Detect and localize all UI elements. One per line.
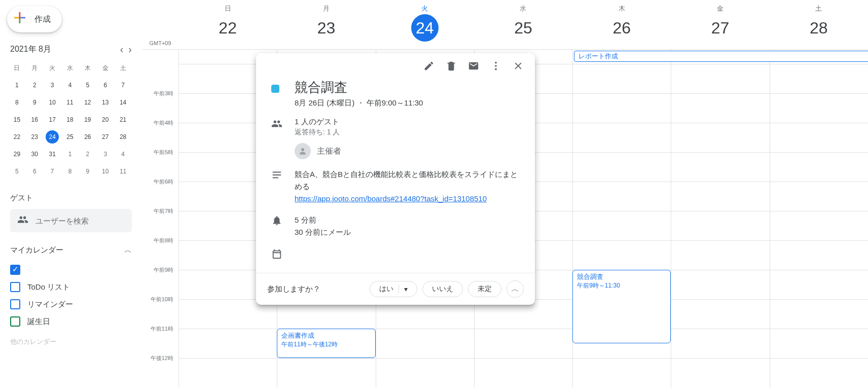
mini-day[interactable]: 19	[79, 111, 96, 128]
next-month-button[interactable]: ›	[128, 44, 132, 55]
mini-day[interactable]: 10	[44, 94, 61, 111]
grid-cell[interactable]	[770, 270, 868, 299]
mini-day[interactable]: 10	[96, 163, 114, 180]
edit-icon[interactable]	[423, 60, 435, 74]
grid-cell[interactable]	[671, 299, 769, 329]
calendar-checkbox[interactable]	[10, 299, 20, 309]
mini-day[interactable]: 13	[96, 94, 114, 111]
day-header[interactable]: 木26	[572, 0, 671, 49]
calendar-checkbox[interactable]	[10, 265, 20, 275]
mini-day[interactable]: 6	[26, 163, 44, 180]
rsvp-expand-button[interactable]: ︿	[507, 280, 524, 298]
mini-day[interactable]: 15	[8, 111, 26, 128]
calendar-item[interactable]: 誕生日	[10, 313, 132, 330]
grid-cell[interactable]	[671, 123, 769, 152]
grid-cell[interactable]	[178, 358, 277, 387]
mini-day[interactable]: 11	[61, 94, 79, 111]
mini-day[interactable]: 4	[61, 77, 79, 94]
grid-cell[interactable]	[474, 329, 572, 358]
grid-cell[interactable]	[572, 123, 671, 152]
grid-cell[interactable]	[770, 152, 868, 182]
mini-day[interactable]: 18	[61, 111, 79, 128]
calendar-checkbox[interactable]	[10, 282, 20, 292]
prev-month-button[interactable]: ‹	[120, 44, 124, 55]
grid-cell[interactable]	[277, 358, 375, 387]
calendar-item[interactable]: リマインダー	[10, 296, 132, 313]
delete-icon[interactable]	[446, 60, 457, 74]
day-header[interactable]: 土28	[770, 0, 868, 49]
calendar-checkbox[interactable]	[10, 316, 20, 327]
grid-cell[interactable]	[671, 240, 769, 270]
grid-cell[interactable]	[671, 182, 769, 211]
mini-day[interactable]: 11	[114, 163, 132, 180]
mini-day[interactable]: 14	[114, 94, 132, 111]
grid-cell[interactable]	[572, 240, 671, 270]
guest-search[interactable]	[10, 209, 132, 232]
mini-day[interactable]: 25	[61, 128, 79, 146]
mini-day[interactable]: 12	[79, 94, 96, 111]
grid-cell[interactable]	[770, 240, 868, 270]
mini-day[interactable]: 2	[79, 146, 96, 163]
grid-cell[interactable]	[770, 123, 868, 152]
mini-day[interactable]: 8	[61, 163, 79, 180]
grid-cell[interactable]	[671, 64, 769, 93]
mini-day[interactable]: 1	[61, 146, 79, 163]
grid-cell[interactable]	[770, 211, 868, 240]
calendar-item[interactable]: ToDo リスト	[10, 278, 132, 296]
create-button[interactable]: 作成	[7, 6, 62, 32]
grid-cell[interactable]	[178, 329, 277, 358]
event-research[interactable]: 競合調査午前9時～11:30	[572, 270, 671, 343]
mini-day[interactable]: 28	[114, 128, 132, 146]
grid-cell[interactable]	[671, 270, 769, 299]
grid-cell[interactable]	[572, 152, 671, 182]
guest-search-input[interactable]	[35, 217, 125, 225]
grid-cell[interactable]	[770, 182, 868, 211]
day-header[interactable]: 金27	[671, 0, 769, 49]
collapse-my-calendars[interactable]: ︿	[124, 245, 132, 255]
grid-cell[interactable]	[671, 93, 769, 123]
rsvp-maybe-button[interactable]: 未定	[468, 281, 501, 297]
mini-day[interactable]: 17	[44, 111, 61, 128]
mini-day[interactable]: 7	[44, 163, 61, 180]
mini-day[interactable]: 20	[96, 111, 114, 128]
allday-event-report[interactable]: レポート作成	[574, 51, 868, 62]
calendar-item[interactable]	[10, 261, 132, 278]
day-header[interactable]: 火24	[376, 0, 474, 49]
close-icon[interactable]	[513, 60, 524, 74]
grid-cell[interactable]	[572, 93, 671, 123]
rsvp-no-button[interactable]: いいえ	[422, 281, 463, 297]
grid-cell[interactable]	[671, 329, 769, 358]
mini-day[interactable]: 22	[8, 128, 26, 146]
mini-day[interactable]: 16	[26, 111, 44, 128]
mini-day[interactable]: 31	[44, 146, 61, 163]
mini-day[interactable]: 9	[79, 163, 96, 180]
grid-cell[interactable]	[770, 64, 868, 93]
mini-day[interactable]: 1	[8, 77, 26, 94]
day-header[interactable]: 水25	[474, 0, 572, 49]
grid-cell[interactable]	[572, 358, 671, 387]
grid-cell[interactable]	[572, 182, 671, 211]
grid-cell[interactable]	[671, 211, 769, 240]
mini-day[interactable]: 23	[26, 128, 44, 146]
email-icon[interactable]	[468, 60, 479, 74]
mini-day[interactable]: 5	[8, 163, 26, 180]
more-icon[interactable]	[490, 60, 501, 74]
mini-day[interactable]: 8	[8, 94, 26, 111]
grid-cell[interactable]	[572, 211, 671, 240]
event-link[interactable]: https://app.jooto.com/boards#214480?task…	[295, 194, 487, 203]
mini-day[interactable]: 2	[26, 77, 44, 94]
mini-day[interactable]: 5	[79, 77, 96, 94]
grid-cell[interactable]	[474, 358, 572, 387]
mini-day[interactable]: 21	[114, 111, 132, 128]
grid-cell[interactable]	[572, 64, 671, 93]
grid-cell[interactable]	[671, 152, 769, 182]
grid-cell[interactable]	[770, 358, 868, 387]
event-planning[interactable]: 企画書作成午前11時～午後12時	[277, 329, 375, 358]
day-header[interactable]: 日22	[178, 0, 277, 49]
day-header[interactable]: 月23	[277, 0, 375, 49]
grid-cell[interactable]	[770, 329, 868, 358]
mini-day[interactable]: 26	[79, 128, 96, 146]
grid-cell[interactable]	[770, 93, 868, 123]
grid-cell[interactable]	[376, 329, 474, 358]
mini-day[interactable]: 7	[114, 77, 132, 94]
